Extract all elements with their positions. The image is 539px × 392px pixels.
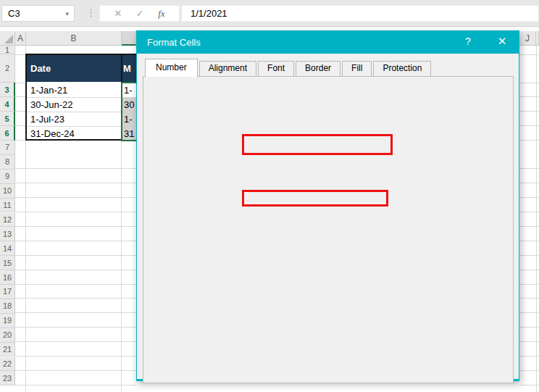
row-header-22[interactable]: 22 (0, 357, 15, 372)
row-header-12[interactable]: 12 (0, 213, 15, 228)
row-header-13[interactable]: 13 (0, 227, 15, 241)
help-icon[interactable]: ? (461, 36, 475, 47)
name-box-dropdown-icon[interactable]: ▾ (65, 10, 74, 17)
toolbar-separator-dots-icon: ⋮ (86, 7, 96, 18)
formula-bar-value: 1/1/2021 (191, 8, 227, 19)
column-header-c-selected[interactable] (122, 31, 136, 46)
column-header-j[interactable]: J (519, 31, 536, 46)
select-all-corner[interactable] (0, 31, 15, 46)
insert-function-icon[interactable]: fx (158, 8, 164, 20)
row-header-18[interactable]: 18 (0, 299, 15, 314)
gridline-horizontal (519, 54, 539, 55)
date-cell[interactable]: 1-Jul-23 (30, 112, 119, 126)
row-header-17[interactable]: 17 (0, 285, 15, 299)
column-header-a[interactable]: A (15, 31, 26, 46)
row-header-19[interactable]: 19 (0, 314, 15, 328)
row-header-1[interactable]: 1 (0, 46, 15, 54)
tab-number[interactable]: Number (145, 59, 198, 77)
row-header-15[interactable]: 15 (0, 256, 15, 270)
cell-c2-header-partial[interactable]: M (123, 55, 136, 82)
formula-toolbar: C3 ▾ ⋮ ✕ ✓ fx 1/1/2021 (0, 0, 539, 27)
row-header-14[interactable]: 14 (0, 241, 15, 256)
row-header-9[interactable]: 9 (0, 170, 15, 184)
date-table: Date M 1-Jan-211-30-Jun-22301-Jul-231-31… (25, 54, 136, 141)
select-all-triangle-icon (4, 35, 13, 43)
tab-font[interactable]: Font (258, 61, 294, 76)
annotation-box-month-formats (242, 134, 393, 155)
name-box[interactable]: C3 ▾ (1, 5, 75, 22)
row-header-10[interactable]: 10 (0, 184, 15, 199)
row-header-21[interactable]: 21 (0, 343, 15, 357)
tab-protection[interactable]: Protection (373, 61, 431, 76)
excel-window: C3 ▾ ⋮ ✕ ✓ fx 1/1/2021 A B J 12345678910… (0, 0, 539, 392)
column-header-k-sliver (536, 31, 539, 46)
formula-bar-input[interactable]: 1/1/2021 (181, 5, 539, 22)
table-row: 1-Jul-231- (27, 112, 136, 126)
cell-b2-date-header[interactable]: Date (30, 55, 51, 82)
table-row: 1-Jan-211- (27, 83, 136, 97)
column-header-b[interactable]: B (26, 31, 122, 46)
tab-fill[interactable]: Fill (342, 61, 372, 76)
date-cell[interactable]: 30-Jun-22 (30, 97, 119, 112)
row-header-4[interactable]: 4 (0, 97, 15, 112)
row-header-2[interactable]: 2 (0, 54, 15, 83)
row-header-5[interactable]: 5 (0, 112, 15, 126)
dialog-tabs: NumberAlignmentFontBorderFillProtection (145, 59, 433, 76)
row-header-8[interactable]: 8 (0, 155, 15, 170)
row-header-6[interactable]: 6 (0, 126, 15, 141)
enter-entry-icon[interactable]: ✓ (136, 8, 144, 19)
gridline-horizontal (15, 54, 26, 55)
row-header-23[interactable]: 23 (0, 371, 15, 385)
annotation-box-m12-format (242, 190, 388, 207)
date-cell[interactable]: 1-Jan-21 (30, 83, 119, 97)
name-box-value: C3 (2, 8, 20, 19)
formula-buttons: ✕ ✓ fx (99, 5, 180, 22)
table-row: 31-Dec-2431 (27, 126, 136, 141)
tab-alignment[interactable]: Alignment (199, 61, 256, 76)
row-header-3[interactable]: 3 (0, 83, 15, 97)
row-header-20[interactable]: 20 (0, 328, 15, 343)
date-cell[interactable]: 31-Dec-24 (30, 126, 119, 141)
table-row: 30-Jun-2230 (27, 97, 136, 112)
number-tab-page (143, 76, 514, 383)
sheet-grid-right[interactable] (519, 83, 539, 392)
table-header-row: Date M (27, 55, 136, 82)
dialog-title: Format Cells (147, 37, 201, 48)
row-header-7[interactable]: 7 (0, 141, 15, 155)
row-header-16[interactable]: 16 (0, 270, 15, 285)
tab-border[interactable]: Border (296, 61, 340, 76)
row-header-11[interactable]: 11 (0, 199, 15, 213)
selection-range-border (121, 82, 136, 141)
close-icon[interactable]: ✕ (495, 35, 509, 48)
dialog-titlebar[interactable]: Format Cells ? ✕ (136, 30, 519, 54)
cancel-entry-icon[interactable]: ✕ (114, 8, 122, 19)
